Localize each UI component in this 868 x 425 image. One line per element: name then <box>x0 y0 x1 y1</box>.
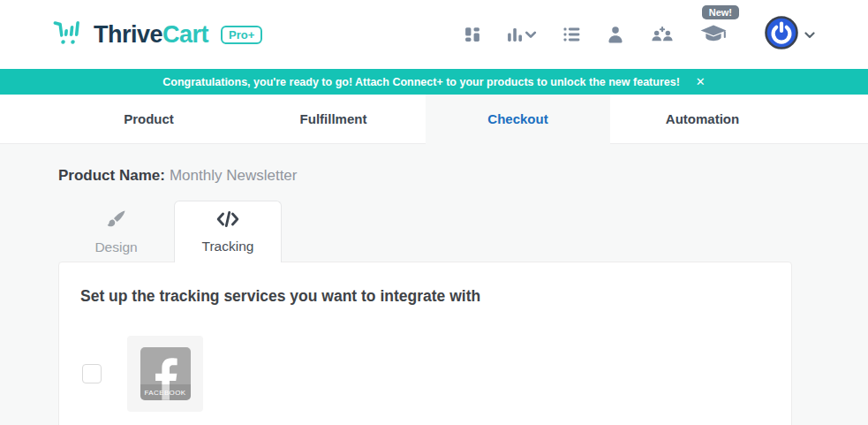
facebook-logo: FACEBOOK <box>140 347 191 400</box>
panel-heading: Set up the tracking services you want to… <box>80 287 770 306</box>
tab-fulfillment[interactable]: Fulfillment <box>241 95 426 143</box>
main-tabs: Product Fulfillment Checkout Automation <box>0 95 868 144</box>
subtab-tracking-label: Tracking <box>202 239 254 254</box>
account-menu[interactable] <box>764 15 815 54</box>
service-row-facebook: FACEBOOK <box>80 336 770 412</box>
banner-message: Congratulations, you're ready to go! Att… <box>162 76 680 88</box>
pro-plus-badge: Pro+ <box>221 26 262 44</box>
cart-icon <box>51 15 85 54</box>
tab-product[interactable]: Product <box>57 95 241 143</box>
checkout-subtabs: Design Tracking <box>58 201 792 262</box>
thrivecart-logo[interactable]: ThriveCart Pro+ <box>51 15 262 54</box>
close-icon[interactable]: ✕ <box>696 75 706 88</box>
chevron-down-icon <box>804 27 815 42</box>
tracking-panel: Set up the tracking services you want to… <box>58 262 792 425</box>
analytics-icon[interactable] <box>507 27 537 42</box>
content-area: Product Name:Monthly Newsletter Design <box>0 167 868 425</box>
new-badge: New! <box>702 5 739 19</box>
paintbrush-icon <box>106 209 127 233</box>
product-name-label: Product Name: <box>58 167 165 184</box>
lists-icon[interactable] <box>563 27 580 42</box>
subtab-design[interactable]: Design <box>58 201 174 262</box>
subtab-design-label: Design <box>94 239 137 255</box>
team-icon[interactable] <box>651 26 674 43</box>
product-name: Product Name:Monthly Newsletter <box>58 167 792 185</box>
product-name-value: Monthly Newsletter <box>170 167 298 184</box>
brand-name: ThriveCart <box>94 21 208 49</box>
facebook-tile[interactable]: FACEBOOK <box>127 336 203 412</box>
code-icon <box>216 209 239 232</box>
announcement-banner: Congratulations, you're ready to go! Att… <box>0 69 868 95</box>
learn-icon[interactable]: New! <box>700 25 727 44</box>
subtab-tracking[interactable]: Tracking <box>174 201 282 262</box>
dashboard-icon[interactable] <box>464 27 480 42</box>
facebook-checkbox[interactable] <box>82 364 102 383</box>
app-header: ThriveCart Pro+ <box>0 0 868 69</box>
account-icon[interactable] <box>607 26 624 43</box>
avatar <box>764 15 799 54</box>
tab-automation[interactable]: Automation <box>610 95 795 143</box>
facebook-label: FACEBOOK <box>140 389 191 397</box>
header-nav: New! <box>464 15 815 54</box>
tab-checkout[interactable]: Checkout <box>426 95 610 144</box>
